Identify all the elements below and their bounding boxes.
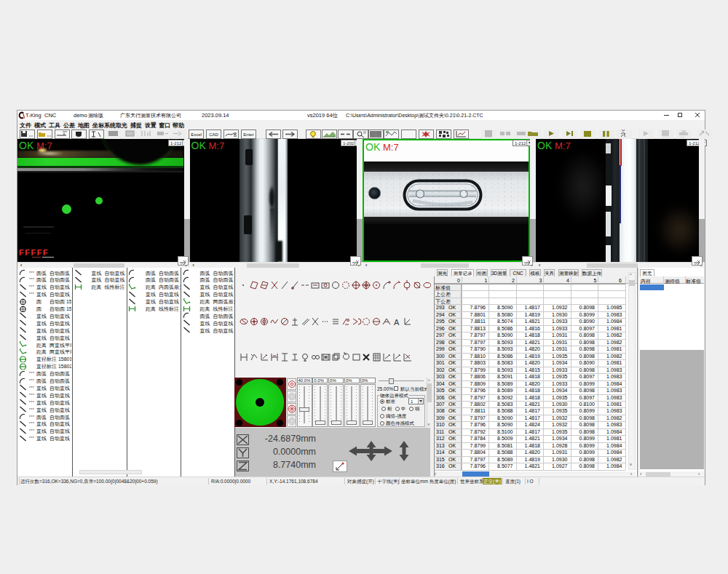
svg-text:A: A <box>394 318 400 327</box>
svg-text:B: B <box>234 133 237 137</box>
